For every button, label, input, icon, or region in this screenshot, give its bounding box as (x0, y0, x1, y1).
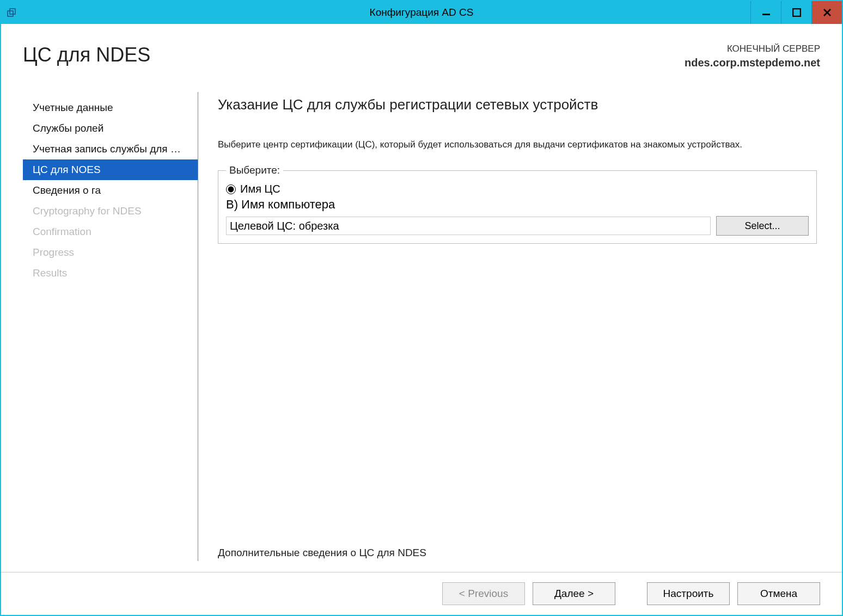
app-icon (5, 6, 19, 19)
option-computer-name[interactable]: B) Имя компьютера (226, 198, 809, 212)
sidebar-item-results: Results (23, 263, 198, 284)
sidebar: Учетные данные Службы ролей Учетная запи… (23, 92, 198, 561)
cancel-button[interactable]: Отмена (737, 582, 820, 605)
radio-ca-name[interactable] (226, 184, 236, 194)
server-info: КОНЕЧНЫЙ СЕРВЕР ndes.corp.mstepdemo.net (685, 44, 820, 69)
header-row: ЦС для NDES КОНЕЧНЫЙ СЕРВЕР ndes.corp.ms… (23, 44, 820, 69)
svg-rect-3 (793, 9, 801, 16)
footer: < Previous Далее > Настроить Отмена (1, 572, 842, 615)
sidebar-item-progress: Progress (23, 242, 198, 263)
page-title: ЦС для NDES (23, 44, 150, 69)
content-area: ЦС для NDES КОНЕЧНЫЙ СЕРВЕР ndes.corp.ms… (1, 24, 842, 572)
body-row: Учетные данные Службы ролей Учетная запи… (23, 92, 820, 561)
configure-button[interactable]: Настроить (647, 582, 730, 605)
sidebar-item-service-account[interactable]: Учетная запись службы для NOES (23, 139, 198, 159)
window-title: Конфигурация AD CS (370, 7, 474, 19)
panel-description: Выберите центр сертификации (ЦС), которы… (218, 139, 817, 150)
title-bar: Конфигурация AD CS (1, 1, 842, 24)
sidebar-item-confirmation: Confirmation (23, 221, 198, 242)
spacer (623, 582, 639, 605)
server-label: КОНЕЧНЫЙ СЕРВЕР (685, 44, 820, 54)
server-name: ndes.corp.mstepdemo.net (685, 57, 820, 69)
sidebar-item-ra-info[interactable]: Сведения о га (23, 180, 198, 201)
svg-rect-0 (8, 11, 13, 16)
select-button[interactable]: Select... (716, 216, 809, 236)
maximize-button[interactable] (781, 1, 811, 24)
radio-ca-name-row[interactable]: Имя ЦС (226, 183, 809, 195)
svg-rect-1 (10, 9, 15, 14)
sidebar-item-role-services[interactable]: Службы ролей (23, 118, 198, 139)
window: Конфигурация AD CS ЦС для NDES КОНЕЧНЫЙ … (0, 0, 843, 616)
main-panel: Указание ЦС для службы регистрации сетев… (198, 92, 820, 561)
target-ca-input[interactable] (226, 217, 711, 235)
radio-ca-name-label: Имя ЦС (240, 183, 280, 195)
sidebar-item-ca-for-noes[interactable]: ЦС для NOES (23, 159, 198, 180)
close-button[interactable] (811, 1, 842, 24)
group-legend: Выберите: (226, 164, 283, 176)
next-button[interactable]: Далее > (533, 582, 615, 605)
panel-heading: Указание ЦС для службы регистрации сетев… (218, 96, 817, 113)
sidebar-item-credentials[interactable]: Учетные данные (23, 97, 198, 118)
previous-button: < Previous (442, 582, 525, 605)
more-info-link[interactable]: Дополнительные сведения о ЦС для NDES (218, 547, 817, 561)
target-row: Select... (226, 216, 809, 236)
sidebar-item-cryptography: Cryptography for NDES (23, 201, 198, 221)
window-controls (750, 1, 842, 24)
selection-group: Выберите: Имя ЦС B) Имя компьютера Selec… (218, 164, 817, 244)
minimize-button[interactable] (750, 1, 781, 24)
svg-rect-2 (762, 14, 770, 15)
